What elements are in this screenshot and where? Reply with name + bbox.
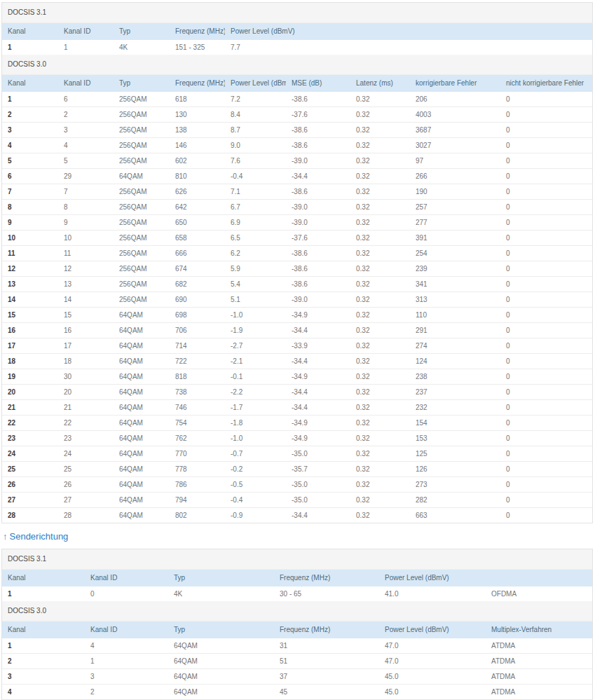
table-row: 242464QAM770-0.7-35.00.321250 [2, 446, 592, 462]
table-cell: 15 [58, 308, 114, 323]
table-cell: 10 [58, 231, 114, 246]
column-header: Typ [168, 570, 274, 586]
table-cell: 97 [410, 153, 500, 169]
column-header: Power Level (dBmV) [379, 570, 486, 586]
table-cell: ATDMA [486, 685, 592, 700]
table-cell: 28 [58, 508, 114, 523]
column-header: korrigierbare Fehler [410, 75, 500, 92]
table-cell: 256QAM [114, 92, 170, 107]
table-cell: 0 [500, 369, 592, 385]
table-cell: 0.32 [350, 416, 410, 431]
downstream-docsis30-section-label: DOCSIS 3.0 [2, 55, 592, 75]
table-cell: -34.4 [286, 385, 350, 400]
table-row: 193064QAM818-0.1-34.90.322380 [2, 369, 592, 385]
table-row: 44256QAM1469.0-38.60.3230270 [2, 138, 592, 153]
table-cell: -35.0 [286, 493, 350, 508]
table-cell: 0 [500, 215, 592, 231]
table-cell: ATDMA [486, 638, 592, 654]
table-cell: 28 [2, 508, 58, 523]
table-cell: 8 [58, 200, 114, 215]
table-cell: 153 [410, 431, 500, 446]
table-cell: 626 [170, 184, 225, 200]
table-cell: 0.32 [350, 231, 410, 246]
table-cell: 11 [2, 246, 58, 261]
table-cell: 256QAM [114, 231, 170, 246]
table-cell: -2.7 [225, 338, 286, 354]
table-cell: 274 [410, 338, 500, 354]
table-cell: 6 [58, 92, 114, 107]
column-header: Kanal [2, 570, 85, 586]
table-row: 272764QAM794-0.4-35.00.322820 [2, 493, 592, 508]
table-cell: 26 [58, 477, 114, 493]
table-cell: -1.0 [225, 431, 286, 446]
table-cell: 0.32 [350, 338, 410, 354]
table-cell: 126 [410, 462, 500, 477]
table-cell: 16 [2, 323, 58, 338]
table-cell: 27 [58, 493, 114, 508]
column-header: Typ [114, 75, 170, 92]
table-cell: 124 [410, 354, 500, 369]
table-cell: 0 [500, 416, 592, 431]
column-header: Power Level (dBmV) [379, 622, 486, 638]
table-row: 232364QAM762-1.0-34.90.321530 [2, 431, 592, 446]
table-cell: 237 [410, 385, 500, 400]
table-cell: 41.0 [379, 586, 486, 601]
table-cell: 6.7 [225, 200, 286, 215]
table-row: 282864QAM802-0.9-34.40.326630 [2, 508, 592, 523]
column-header: MSE (dB) [286, 75, 350, 92]
table-cell: -39.0 [286, 200, 350, 215]
table-cell: -34.9 [286, 416, 350, 431]
table-cell: 47.0 [379, 654, 486, 669]
table-cell: 0.32 [350, 123, 410, 138]
table-cell: 64QAM [114, 462, 170, 477]
table-cell: 9.0 [225, 138, 286, 153]
table-cell: -1.7 [225, 400, 286, 416]
column-header: Power Level (dBmV) [225, 75, 286, 92]
table-row: 33256QAM1388.7-38.60.3236870 [2, 123, 592, 138]
table-cell: 25 [58, 462, 114, 477]
table-cell: 17 [2, 338, 58, 354]
table-cell: 64QAM [114, 400, 170, 416]
table-cell: 27 [2, 493, 58, 508]
table-cell: -38.6 [286, 277, 350, 292]
table-cell: 47.0 [379, 638, 486, 654]
table-cell: 663 [410, 508, 500, 523]
table-cell: 5.1 [225, 292, 286, 308]
table-cell: 18 [58, 354, 114, 369]
table-cell: -34.4 [286, 354, 350, 369]
table-cell: 0.32 [350, 385, 410, 400]
table-cell: 2 [85, 685, 168, 700]
table-cell: 0.32 [350, 138, 410, 153]
table-cell: -34.9 [286, 431, 350, 446]
table-cell: 7.2 [225, 92, 286, 107]
table-cell: 256QAM [114, 277, 170, 292]
table-cell: 20 [2, 385, 58, 400]
table-cell: 11 [58, 246, 114, 261]
table-cell: 14 [2, 292, 58, 308]
table-cell: -38.6 [286, 138, 350, 153]
table-cell: 0.32 [350, 246, 410, 261]
table-cell: 706 [170, 323, 225, 338]
table-cell: 618 [170, 92, 225, 107]
table-cell: 4003 [410, 107, 500, 123]
table-cell: 698 [170, 308, 225, 323]
table-cell: 23 [58, 431, 114, 446]
table-row: 22256QAM1308.4-37.60.3240030 [2, 107, 592, 123]
table-cell: -2.2 [225, 385, 286, 400]
table-cell: 4K [114, 40, 170, 55]
table-cell: 0 [500, 138, 592, 153]
upstream-anchor-link[interactable]: ↑Senderichtung [3, 531, 68, 542]
table-cell: 130 [170, 107, 225, 123]
table-cell: -0.2 [225, 462, 286, 477]
table-cell: 291 [410, 323, 500, 338]
table-cell: 391 [410, 231, 500, 246]
table-row: 1464QAM3147.0ATDMA [2, 638, 592, 654]
table-cell: -37.6 [286, 231, 350, 246]
table-cell: 256QAM [114, 200, 170, 215]
column-header: Kanal ID [58, 75, 114, 92]
table-cell: 341 [410, 277, 500, 292]
column-header: Power Level (dBmV) [225, 23, 592, 40]
table-row: 171764QAM714-2.7-33.90.322740 [2, 338, 592, 354]
table-cell: 0.32 [350, 493, 410, 508]
table-cell: 12 [58, 261, 114, 277]
